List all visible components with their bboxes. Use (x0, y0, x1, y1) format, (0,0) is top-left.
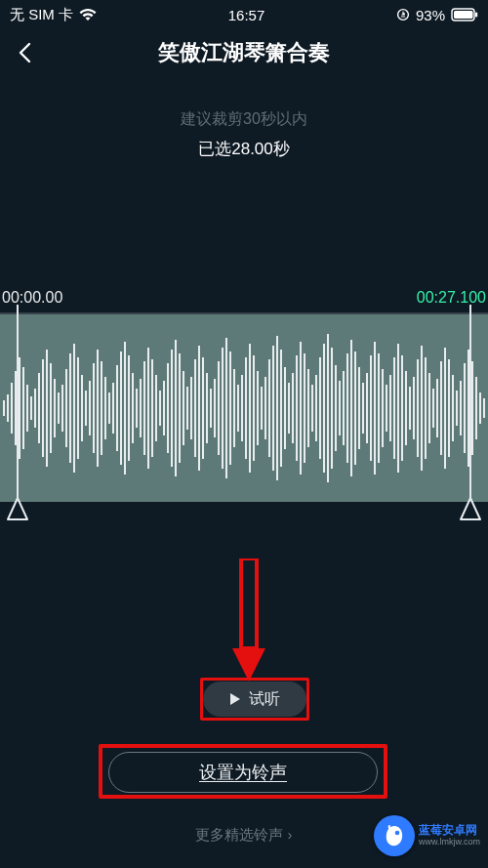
page-title: 笑傲江湖琴箫合奏 (0, 38, 488, 67)
trim-handle-right[interactable] (459, 498, 482, 525)
svg-point-129 (395, 831, 400, 836)
battery-icon (451, 8, 478, 21)
set-ringtone-label: 设置为铃声 (199, 761, 287, 784)
trim-handle-left[interactable] (6, 498, 29, 525)
svg-rect-128 (241, 558, 257, 648)
play-icon (229, 692, 241, 706)
watermark-brand: 蓝莓安卓网 (419, 824, 477, 837)
clock: 16:57 (228, 7, 265, 23)
start-timecode: 00:00.00 (2, 289, 62, 307)
handle-track (0, 502, 488, 531)
end-timecode: 00:27.100 (417, 289, 486, 307)
watermark-logo-icon (374, 815, 415, 856)
watermark-url: www.lmkjw.com (419, 838, 480, 847)
selected-duration: 已选28.00秒 (0, 138, 488, 160)
status-left: 无 SIM 卡 (10, 6, 97, 24)
wifi-icon (79, 8, 97, 21)
svg-rect-3 (475, 13, 477, 18)
watermark-text: 蓝莓安卓网 www.lmkjw.com (419, 824, 480, 847)
waveform-editor[interactable] (0, 312, 488, 531)
nav-bar: 笑傲江湖琴箫合奏 (0, 29, 488, 76)
more-ringtones-label: 更多精选铃声 (195, 826, 283, 843)
watermark: 蓝莓安卓网 www.lmkjw.com (374, 815, 480, 856)
sim-status: 无 SIM 卡 (10, 6, 73, 24)
trim-info: 建议裁剪30秒以内 已选28.00秒 (0, 109, 488, 160)
preview-button[interactable]: 试听 (203, 682, 306, 717)
battery-percent: 93% (416, 7, 445, 23)
annotation-arrow-icon (230, 558, 267, 685)
set-ringtone-button[interactable]: 设置为铃声 (108, 752, 378, 793)
trim-hint: 建议裁剪30秒以内 (0, 109, 488, 130)
preview-label: 试听 (249, 689, 280, 710)
status-right: 93% (396, 7, 478, 23)
back-button[interactable] (18, 43, 37, 62)
svg-rect-2 (454, 11, 473, 19)
timecodes: 00:00.00 00:27.100 (0, 289, 488, 307)
orientation-lock-icon (396, 8, 410, 21)
waveform-icon (0, 314, 488, 502)
status-bar: 无 SIM 卡 16:57 93% (0, 0, 488, 29)
